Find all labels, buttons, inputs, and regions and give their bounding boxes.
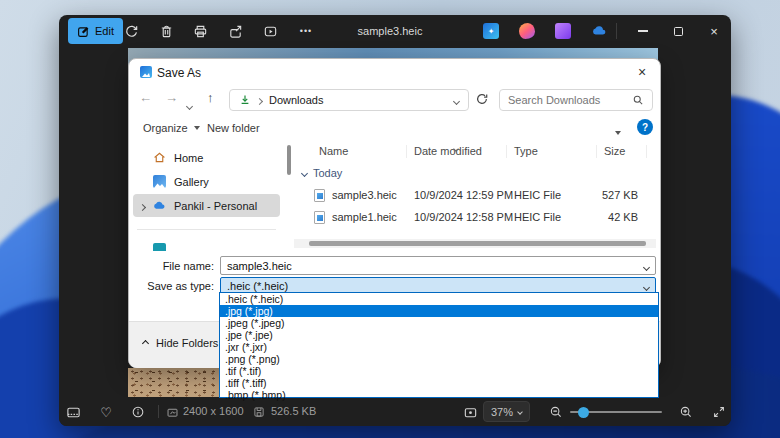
print-icon: [193, 24, 208, 39]
table-row[interactable]: sample1.heic 10/9/2024 12:58 PM HEIC Fil…: [294, 207, 662, 229]
edit-button-label: Edit: [95, 25, 114, 37]
breadcrumb-folder[interactable]: Downloads: [269, 94, 323, 106]
zoom-slider-thumb[interactable]: [578, 407, 589, 418]
close-window-button[interactable]: ×: [700, 19, 728, 43]
copilot-icon[interactable]: [519, 23, 535, 39]
new-folder-button[interactable]: New folder: [207, 122, 260, 134]
forward-button[interactable]: →: [165, 90, 178, 105]
column-separator: [646, 145, 647, 158]
group-header-today[interactable]: Today: [302, 167, 342, 179]
print-button[interactable]: [188, 19, 212, 43]
sidebar-item-label: Gallery: [174, 176, 209, 188]
dialog-titlebar: Save As ×: [129, 59, 660, 85]
column-header-type[interactable]: Type: [514, 145, 538, 157]
horizontal-scrollbar-thumb[interactable]: [309, 241, 646, 246]
dialog-main-area: Home Gallery Pankil - Personal: [129, 143, 662, 251]
type-option[interactable]: .tiff (*.tiff): [220, 377, 658, 389]
help-button[interactable]: ?: [637, 119, 653, 135]
chevron-up-icon: [142, 339, 149, 346]
maximize-button[interactable]: [664, 19, 692, 43]
column-header-date[interactable]: Date modified: [414, 145, 482, 157]
heart-icon: ♡: [100, 405, 112, 420]
type-option[interactable]: .jpeg (*.jpeg): [220, 317, 658, 329]
recent-locations-button[interactable]: [187, 95, 192, 113]
zoom-out-button[interactable]: [545, 401, 567, 423]
type-option[interactable]: .heic (*.heic): [220, 293, 658, 305]
save-as-type-value: .heic (*.heic): [227, 280, 288, 292]
refresh-button[interactable]: [475, 92, 489, 110]
heic-file-icon: [314, 211, 325, 224]
table-row[interactable]: sample3.heic 10/9/2024 12:59 PM HEIC Fil…: [294, 185, 662, 207]
dialog-close-button[interactable]: ×: [628, 62, 656, 82]
fullscreen-button[interactable]: [708, 401, 730, 423]
back-button[interactable]: ←: [139, 90, 152, 105]
photos-glyph: [140, 68, 152, 80]
hide-folders-button[interactable]: Hide Folders: [143, 337, 218, 349]
column-header-size[interactable]: Size: [604, 145, 625, 157]
column-header-name[interactable]: Name: [319, 145, 348, 157]
file-name-value: sample3.heic: [227, 260, 292, 272]
minimize-button[interactable]: [629, 19, 657, 43]
type-option[interactable]: .jpe (*.jpe): [220, 329, 658, 341]
fit-icon: [463, 405, 478, 420]
filmstrip-toggle-button[interactable]: [62, 401, 84, 423]
rotate-button[interactable]: [119, 19, 143, 43]
slideshow-button[interactable]: [258, 19, 282, 43]
onedrive-icon[interactable]: [591, 23, 607, 39]
toolbar-separator: [616, 23, 617, 39]
edit-button[interactable]: Edit: [68, 18, 123, 44]
search-placeholder: Search Downloads: [508, 94, 600, 106]
file-size: 42 KB: [558, 211, 638, 223]
zoom-out-icon: [549, 405, 563, 419]
sidebar-scrollbar-thumb[interactable]: [287, 145, 291, 175]
sidebar-item-home[interactable]: Home: [133, 146, 280, 169]
info-button[interactable]: [127, 401, 149, 423]
column-separator: [596, 145, 597, 158]
file-type: HEIC File: [514, 189, 561, 201]
search-input[interactable]: Search Downloads: [499, 89, 653, 111]
chevron-down-icon: [517, 409, 523, 415]
filmstrip-icon: [66, 405, 81, 420]
address-bar[interactable]: Downloads: [229, 89, 469, 111]
organize-button[interactable]: Organize: [143, 122, 200, 134]
edit-pencil-icon: [77, 25, 90, 38]
sidebar-item-onedrive-personal[interactable]: Pankil - Personal: [133, 194, 280, 217]
share-icon: [228, 24, 243, 39]
zoom-in-icon: [679, 405, 693, 419]
minimize-icon: [638, 30, 648, 31]
view-mode-dropdown[interactable]: [615, 125, 621, 137]
close-icon: ×: [638, 64, 646, 80]
sidebar-item-gallery[interactable]: Gallery: [133, 170, 280, 193]
sidebar-divider: [137, 229, 276, 230]
up-button[interactable]: ↑: [207, 90, 214, 105]
more-options-button[interactable]: •••: [294, 19, 318, 43]
favorite-button[interactable]: ♡: [95, 401, 117, 423]
zoom-slider[interactable]: [570, 411, 662, 413]
clipchamp-icon[interactable]: [555, 23, 571, 39]
horizontal-scrollbar[interactable]: [294, 239, 656, 248]
zoom-in-button[interactable]: [675, 401, 697, 423]
file-name-input[interactable]: sample3.heic: [220, 256, 656, 275]
column-separator: [406, 145, 407, 158]
save-as-type-dropdown: .heic (*.heic) .jpg (*.jpg) .jpeg (*.jpe…: [219, 292, 659, 398]
organize-label: Organize: [143, 122, 188, 134]
share-button[interactable]: [223, 19, 247, 43]
type-option[interactable]: .png (*.png): [220, 353, 658, 365]
file-type: HEIC File: [514, 211, 561, 223]
file-name: sample1.heic: [332, 211, 397, 223]
type-option-highlighted[interactable]: .jpg (*.jpg): [220, 305, 658, 317]
address-dropdown-button[interactable]: [454, 94, 459, 106]
expand-chevron-icon: [140, 200, 145, 212]
fit-to-window-button[interactable]: [459, 401, 481, 423]
designer-icon[interactable]: ✦: [483, 23, 499, 39]
chevron-down-icon: [453, 98, 460, 105]
file-size-value: 526.5 KB: [271, 405, 316, 417]
hide-folders-label: Hide Folders: [156, 337, 218, 349]
type-option[interactable]: .jxr (*.jxr): [220, 341, 658, 353]
type-option[interactable]: .tif (*.tif): [220, 365, 658, 377]
type-option[interactable]: .bmp (*.bmp): [220, 389, 658, 401]
delete-button[interactable]: [154, 19, 178, 43]
trash-icon: [159, 24, 174, 39]
gallery-icon: [153, 175, 166, 188]
zoom-level-dropdown[interactable]: 37%: [483, 401, 530, 422]
